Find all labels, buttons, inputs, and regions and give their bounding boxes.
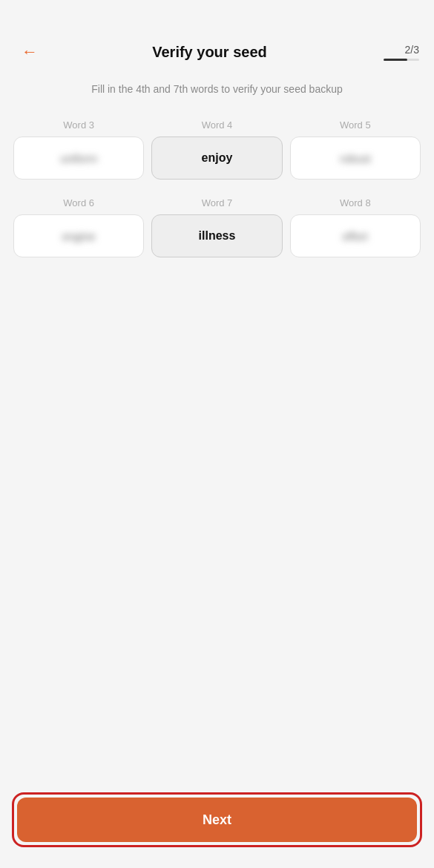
word-label-7: Word 7	[202, 197, 233, 208]
word-label-5: Word 5	[340, 119, 371, 131]
back-button[interactable]: ←	[15, 37, 45, 67]
progress-indicator: 2/3	[375, 44, 419, 61]
word-row-2: Word 6 engine Word 7 illness Word 8 effo…	[13, 197, 421, 257]
word-box-3: uniform	[13, 137, 144, 180]
word-box-7[interactable]: illness	[151, 214, 282, 257]
word-label-4: Word 4	[202, 119, 233, 131]
word-value-6: engine	[62, 230, 96, 243]
word-value-3: uniform	[60, 152, 97, 165]
word-cell-8: Word 8 effort	[290, 197, 421, 257]
word-cell-4[interactable]: Word 4 enjoy	[151, 119, 282, 180]
word-cell-6: Word 6 engine	[13, 197, 144, 257]
word-label-8: Word 8	[340, 197, 371, 208]
header: ← Verify your seed 2/3	[0, 0, 434, 74]
word-value-5: robust	[340, 152, 371, 165]
word-box-5: robust	[290, 137, 421, 180]
progress-text: 2/3	[405, 44, 419, 56]
progress-bar-fill	[384, 59, 407, 61]
next-button-wrapper: Next	[12, 792, 422, 847]
progress-bar-track	[384, 59, 419, 61]
word-box-6: engine	[13, 214, 144, 257]
back-arrow-icon: ←	[22, 42, 38, 62]
word-value-4: enjoy	[202, 151, 233, 165]
page-title: Verify your seed	[45, 44, 375, 61]
word-grid: Word 3 uniform Word 4 enjoy Word 5 robus…	[0, 112, 434, 283]
word-label-6: Word 6	[63, 197, 94, 208]
word-label-3: Word 3	[63, 119, 94, 131]
word-cell-7[interactable]: Word 7 illness	[151, 197, 282, 257]
word-box-8: effort	[290, 214, 421, 257]
word-box-4[interactable]: enjoy	[151, 137, 282, 180]
word-value-7: illness	[199, 229, 236, 243]
word-row-1: Word 3 uniform Word 4 enjoy Word 5 robus…	[13, 119, 421, 180]
word-value-8: effort	[343, 230, 368, 243]
word-cell-3: Word 3 uniform	[13, 119, 144, 180]
next-button[interactable]: Next	[17, 798, 417, 842]
word-cell-5: Word 5 robust	[290, 119, 421, 180]
subtitle-text: Fill in the 4th and 7th words to verify …	[0, 74, 434, 112]
